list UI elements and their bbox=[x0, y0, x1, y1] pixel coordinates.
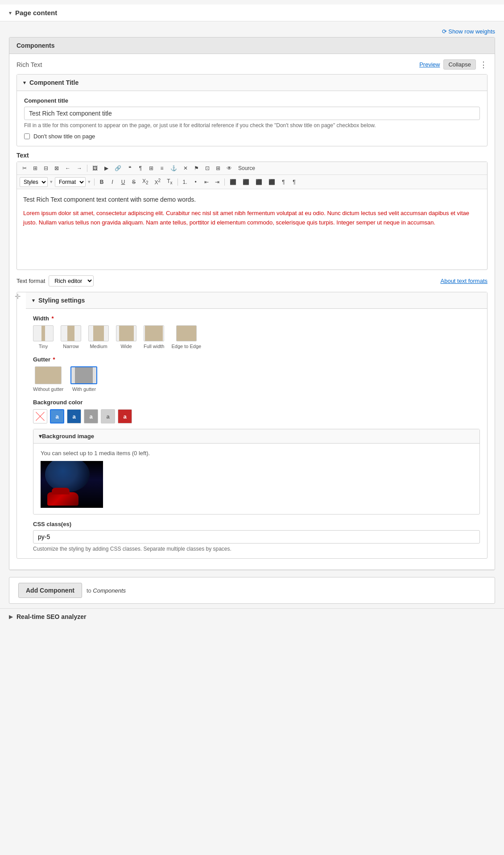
width-option-edge[interactable]: Edge to Edge bbox=[171, 325, 201, 349]
toolbar-image-btn[interactable]: 🖼 bbox=[90, 164, 100, 173]
toolbar-source-btn[interactable]: Source bbox=[235, 164, 258, 173]
media-thumbnail[interactable] bbox=[41, 461, 103, 508]
component-row-actions: Preview Collapse ⋮ bbox=[419, 59, 487, 70]
styling-settings-section: ✛ ▾ Styling settings Width * bbox=[17, 292, 487, 559]
dont-show-title-label[interactable]: Don't show title on page bbox=[33, 133, 95, 140]
toolbar-outdent-btn[interactable]: ⇤ bbox=[202, 178, 211, 187]
toolbar-show-blocks-btn[interactable]: ⊞ bbox=[213, 164, 223, 173]
swatch-none[interactable] bbox=[33, 409, 47, 423]
seo-label: Real-time SEO analyzer bbox=[17, 613, 86, 620]
toolbar-superscript-btn[interactable]: X2 bbox=[152, 177, 164, 187]
toolbar-strikethrough-btn[interactable]: S bbox=[129, 178, 139, 187]
gutter-option-without[interactable]: Without gutter bbox=[33, 366, 63, 392]
component-title-section-body: Component title Fill in a title for this… bbox=[17, 91, 487, 146]
toolbar-unordered-list-btn[interactable]: • bbox=[191, 178, 201, 187]
editor-content[interactable]: Test Rich Text component text content wi… bbox=[17, 189, 487, 270]
toolbar-table-btn[interactable]: ⊞ bbox=[146, 164, 156, 173]
toolbar-removeformat-btn[interactable]: Tx bbox=[164, 177, 175, 187]
bg-image-body: You can select up to 1 media items (0 le… bbox=[33, 444, 479, 514]
width-icon-tiny bbox=[33, 325, 54, 341]
width-label-narrow: Narrow bbox=[63, 344, 78, 349]
text-format-label: Text format bbox=[17, 278, 45, 284]
toolbar-para-btn[interactable]: ¶ bbox=[136, 164, 145, 173]
toolbar-redo-btn[interactable]: → bbox=[74, 164, 85, 173]
styles-select[interactable]: Styles bbox=[20, 177, 48, 187]
toolbar-preview-btn[interactable]: 👁 bbox=[224, 164, 235, 173]
swatch-blue-light[interactable]: a bbox=[50, 409, 64, 423]
format-select[interactable]: Format bbox=[55, 177, 86, 187]
styling-settings-label: Styling settings bbox=[38, 297, 85, 304]
toolbar-ordered-list-btn[interactable]: 1. bbox=[180, 178, 190, 187]
styling-settings-header[interactable]: ▾ Styling settings bbox=[26, 292, 487, 309]
bg-image-header[interactable]: ▾ Background image bbox=[33, 429, 479, 444]
toolbar-anchor-btn[interactable]: ⚓ bbox=[168, 164, 180, 173]
toolbar-link-btn[interactable]: 🔗 bbox=[112, 164, 124, 173]
width-icon-fullwidth bbox=[144, 325, 164, 341]
text-format-select[interactable]: Rich editor bbox=[49, 275, 94, 286]
toolbar-flag-btn[interactable]: ⚑ bbox=[191, 164, 202, 173]
component-title-section-label: Component Title bbox=[29, 79, 78, 86]
show-row-weights-link[interactable]: ⟳ Show row weights bbox=[442, 28, 495, 35]
gutter-option-with[interactable]: With gutter bbox=[70, 366, 97, 392]
bg-color-options: a a a a a bbox=[33, 409, 480, 423]
swatch-gray-light[interactable]: a bbox=[101, 409, 115, 423]
editor-lorem-text: Lorem ipsum dolor sit amet, consectetur … bbox=[23, 209, 481, 228]
toolbar-media-btn[interactable]: ▶ bbox=[101, 164, 111, 173]
toolbar-subscript-btn[interactable]: X2 bbox=[140, 177, 151, 187]
add-component-button[interactable]: Add Component bbox=[18, 583, 82, 598]
toolbar-bold-btn[interactable]: B bbox=[97, 178, 107, 187]
toolbar-italic-btn[interactable]: I bbox=[107, 178, 117, 187]
toolbar-unlink-btn[interactable]: ✕ bbox=[181, 164, 190, 173]
width-option-medium[interactable]: Medium bbox=[88, 325, 109, 349]
toolbar-align-center-btn[interactable]: ⬛ bbox=[240, 178, 252, 187]
toolbar-copy-btn[interactable]: ⊞ bbox=[30, 164, 40, 173]
css-classes-field: CSS class(es) Customize the styling by a… bbox=[33, 521, 480, 552]
width-option-wide[interactable]: Wide bbox=[116, 325, 136, 349]
about-text-formats-link[interactable]: About text formats bbox=[441, 278, 488, 284]
toolbar-align-left-btn[interactable]: ⬛ bbox=[227, 178, 239, 187]
seo-bar[interactable]: ▶ Real-time SEO analyzer bbox=[0, 608, 504, 625]
toolbar-paste-btn[interactable]: ⊟ bbox=[41, 164, 51, 173]
media-help-text: You can select up to 1 media items (0 le… bbox=[41, 450, 472, 457]
toolbar-blockquote-btn[interactable]: ❝ bbox=[125, 164, 135, 173]
toolbar-rtl-btn[interactable]: ¶ bbox=[289, 178, 299, 187]
width-icon-edge bbox=[176, 325, 197, 341]
preview-button[interactable]: Preview bbox=[419, 61, 440, 68]
component-title-input[interactable] bbox=[24, 107, 480, 120]
toolbar-hr-btn[interactable]: ≡ bbox=[157, 164, 167, 173]
width-option-narrow[interactable]: Narrow bbox=[61, 325, 81, 349]
width-option-fullwidth[interactable]: Full width bbox=[144, 325, 164, 349]
gutter-label-without: Without gutter bbox=[33, 386, 63, 392]
editor-toolbar-row1: ✂ ⊞ ⊟ ⊠ ← → 🖼 ▶ 🔗 ❝ ¶ ⊞ ≡ ⚓ bbox=[17, 162, 487, 175]
component-title-section: ▾ Component Title Component title Fill i… bbox=[17, 74, 487, 146]
text-format-left: Text format Rich editor bbox=[17, 275, 94, 286]
drag-handle-icon[interactable]: ✛ bbox=[15, 292, 21, 301]
toolbar-cut-btn[interactable]: ✂ bbox=[20, 164, 29, 173]
gutter-options: Without gutter With gutter bbox=[33, 366, 480, 392]
swatch-red[interactable]: a bbox=[118, 409, 132, 423]
bg-image-section: ▾ Background image You can select up to … bbox=[33, 429, 480, 515]
editor-box: ✂ ⊞ ⊟ ⊠ ← → 🖼 ▶ 🔗 ❝ ¶ ⊞ ≡ ⚓ bbox=[17, 162, 487, 270]
toolbar-paste-text-btn[interactable]: ⊠ bbox=[52, 164, 62, 173]
editor-demo-text: Test Rich Text component text content wi… bbox=[23, 195, 481, 204]
width-label-wide: Wide bbox=[120, 344, 132, 349]
toolbar-full-btn[interactable]: ⊡ bbox=[202, 164, 212, 173]
styling-settings-body: Width * Tiny bbox=[26, 309, 487, 558]
dont-show-title-checkbox[interactable] bbox=[24, 133, 30, 139]
more-options-button[interactable]: ⋮ bbox=[479, 61, 487, 69]
component-title-section-header[interactable]: ▾ Component Title bbox=[17, 75, 487, 91]
css-classes-label: CSS class(es) bbox=[33, 521, 480, 527]
editor-toolbar-row2: Styles ▾ Format ▾ B I U S X2 X2 bbox=[17, 175, 487, 189]
collapse-button[interactable]: Collapse bbox=[443, 59, 476, 70]
css-classes-input[interactable] bbox=[33, 530, 480, 544]
swatch-gray[interactable]: a bbox=[84, 409, 98, 423]
toolbar-undo-btn[interactable]: ← bbox=[62, 164, 73, 173]
toolbar-indent-btn[interactable]: ⇥ bbox=[212, 178, 222, 187]
width-option-tiny[interactable]: Tiny bbox=[33, 325, 54, 349]
dont-show-title-row: Don't show title on page bbox=[24, 133, 480, 140]
toolbar-ltr-btn[interactable]: ¶ bbox=[279, 178, 289, 187]
toolbar-align-justify-btn[interactable]: ⬛ bbox=[266, 178, 278, 187]
toolbar-underline-btn[interactable]: U bbox=[118, 178, 128, 187]
swatch-blue-dark[interactable]: a bbox=[67, 409, 81, 423]
toolbar-align-right-btn[interactable]: ⬛ bbox=[253, 178, 265, 187]
